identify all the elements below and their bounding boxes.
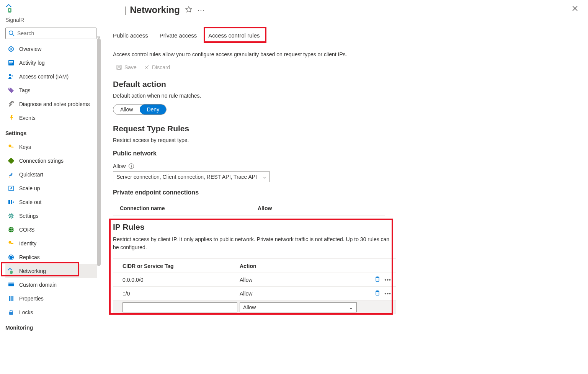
svg-point-38: [8, 269, 9, 271]
sidebar-item-locks[interactable]: Locks: [5, 305, 97, 319]
tab-access-control-rules[interactable]: Access control rules: [208, 32, 260, 43]
sidebar-item-label: Replicas: [19, 254, 40, 260]
keys-icon: [8, 144, 15, 150]
locks-icon: [8, 309, 15, 316]
sidebar-item-events[interactable]: Events: [5, 111, 97, 125]
sidebar-item-access-control[interactable]: Access control (IAM): [5, 70, 97, 83]
delete-rule-icon[interactable]: [374, 290, 381, 297]
sidebar-item-label: Networking: [19, 268, 46, 274]
allow-dropdown-value: Server connection, Client connection, RE…: [116, 174, 257, 180]
connection-strings-icon: [8, 157, 15, 164]
allow-label: Allow: [113, 163, 126, 169]
close-icon[interactable]: [572, 5, 578, 13]
allow-request-types-dropdown[interactable]: Server connection, Client connection, RE…: [113, 171, 270, 182]
sidebar-item-tags[interactable]: Tags: [5, 83, 97, 97]
sidebar-item-quickstart[interactable]: Quickstart: [5, 168, 97, 181]
svg-rect-40: [10, 271, 13, 274]
svg-rect-10: [9, 62, 13, 63]
page-title: Networking: [130, 5, 180, 15]
sidebar-item-label: Connection strings: [19, 158, 64, 164]
svg-line-31: [9, 217, 10, 218]
tabs: Public access Private access Access cont…: [113, 32, 588, 43]
sidebar-item-overview[interactable]: Overview: [5, 42, 97, 56]
default-action-desc: Default action when no rule matches.: [113, 93, 588, 99]
scale-out-icon: [8, 199, 15, 206]
discard-label: Discard: [152, 64, 170, 70]
ip-rules-heading: IP Rules: [113, 222, 396, 232]
info-icon[interactable]: i: [129, 163, 134, 169]
svg-point-0: [6, 6, 7, 7]
sidebar-item-label: Properties: [19, 296, 44, 302]
ip-col-cidr: CIDR or Service Tag: [113, 263, 240, 269]
ip-rule-row: ::/0 Allow •••: [113, 286, 396, 300]
pe-col-connection-name: Connection name: [120, 205, 258, 211]
pe-table: Connection name Allow: [113, 201, 385, 216]
sidebar-group-monitoring: Monitoring: [5, 321, 97, 335]
sidebar-item-label: Access control (IAM): [19, 73, 69, 80]
ip-rule-cidr: 0.0.0.0/0: [113, 277, 240, 283]
svg-rect-11: [9, 64, 12, 64]
pe-col-allow: Allow: [258, 205, 385, 211]
sidebar-item-label: Scale out: [19, 199, 41, 205]
sidebar-item-custom-domain[interactable]: Custom domain: [5, 278, 97, 292]
sidebar-item-scale-up[interactable]: Scale up: [5, 181, 97, 195]
delete-rule-icon[interactable]: [374, 276, 381, 283]
save-button[interactable]: Save: [116, 64, 137, 70]
diagnose-icon: [8, 101, 15, 108]
new-action-select[interactable]: Allow ⌄: [240, 302, 357, 312]
search-input[interactable]: [5, 28, 96, 39]
signalr-icon: [5, 4, 16, 15]
svg-rect-19: [8, 158, 15, 164]
sidebar-item-identity[interactable]: Identity: [5, 237, 97, 250]
request-type-desc: Restrict access by request type.: [113, 137, 588, 143]
default-action-heading: Default action: [113, 80, 588, 89]
new-cidr-input[interactable]: [122, 302, 237, 312]
favorite-icon[interactable]: [185, 6, 192, 14]
ip-rule-action: Allow: [240, 277, 362, 283]
pe-heading: Private endpoint connections: [113, 189, 588, 196]
default-action-toggle: Allow Deny: [113, 104, 167, 115]
cors-icon: [8, 226, 15, 233]
sidebar-item-activity-log[interactable]: Activity log: [5, 56, 97, 70]
sidebar-item-networking[interactable]: Networking: [5, 264, 97, 278]
tab-private-access[interactable]: Private access: [160, 32, 197, 43]
svg-rect-46: [9, 312, 13, 315]
default-action-allow[interactable]: Allow: [113, 105, 140, 114]
sidebar-scrollbar[interactable]: [96, 38, 101, 329]
new-action-value: Allow: [243, 304, 256, 310]
more-menu-icon[interactable]: ⋯: [198, 6, 204, 14]
row-more-icon[interactable]: •••: [384, 291, 391, 297]
svg-rect-42: [8, 283, 14, 284]
sidebar-item-label: CORS: [19, 227, 34, 233]
sidebar-item-properties[interactable]: Properties: [5, 292, 97, 305]
sidebar-item-label: Scale up: [19, 185, 40, 191]
default-action-deny[interactable]: Deny: [140, 105, 166, 114]
sidebar-item-replicas[interactable]: Replicas: [5, 250, 97, 264]
row-more-icon[interactable]: •••: [384, 277, 391, 283]
svg-rect-58: [377, 277, 378, 278]
svg-point-7: [10, 48, 12, 50]
custom-domain-icon: [8, 281, 15, 288]
save-label: Save: [124, 64, 137, 70]
sidebar-item-settings[interactable]: Settings: [5, 209, 97, 223]
svg-rect-22: [11, 200, 12, 204]
sidebar-scroll-thumb[interactable]: [97, 38, 101, 266]
chevron-down-icon: ⌄: [263, 174, 266, 180]
svg-line-5: [13, 34, 15, 36]
svg-point-15: [12, 101, 13, 103]
sidebar-item-label: Diagnose and solve problems: [19, 101, 90, 107]
ip-rule-new-row: Allow ⌄: [113, 300, 396, 314]
svg-rect-21: [8, 200, 10, 204]
discard-button[interactable]: Discard: [144, 64, 170, 70]
sidebar-item-scale-out[interactable]: Scale out: [5, 195, 97, 209]
svg-rect-45: [12, 296, 13, 301]
sidebar-item-connection-strings[interactable]: Connection strings: [5, 154, 97, 168]
tab-public-access[interactable]: Public access: [113, 32, 148, 43]
svg-point-14: [9, 88, 10, 89]
sidebar-item-label: Keys: [19, 144, 31, 150]
svg-line-28: [9, 214, 10, 215]
sidebar-item-diagnose[interactable]: Diagnose and solve problems: [5, 97, 97, 111]
sidebar-item-cors[interactable]: CORS: [5, 223, 97, 237]
sidebar-item-keys[interactable]: Keys: [5, 140, 97, 154]
iam-icon: [8, 73, 15, 80]
